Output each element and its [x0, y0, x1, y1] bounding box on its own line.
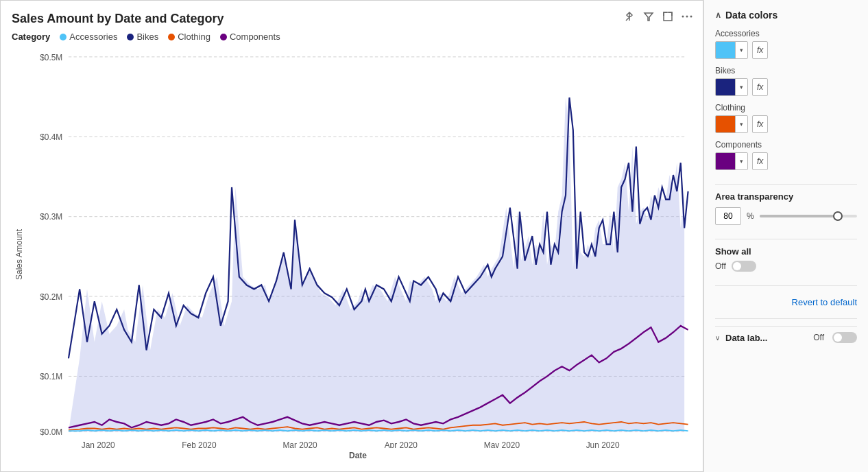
components-fx-button[interactable]: fx — [752, 152, 768, 170]
data-labels-toggle[interactable] — [832, 332, 857, 343]
accessories-dropdown-arrow: ▾ — [735, 41, 747, 59]
data-labels-state: Off — [813, 333, 824, 342]
legend-title: Category — [12, 32, 50, 42]
svg-text:$0.2M: $0.2M — [40, 292, 62, 302]
accessories-color-row: Accessories ▾ fx — [715, 29, 857, 59]
accessories-swatch — [716, 41, 735, 59]
data-colors-chevron: ∧ — [715, 10, 721, 20]
legend-item-bikes: Bikes — [127, 32, 158, 42]
bikes-legend-label: Bikes — [136, 32, 158, 42]
svg-point-6 — [690, 16, 692, 18]
svg-text:Feb 2020: Feb 2020 — [182, 440, 216, 448]
bikes-dropdown-arrow: ▾ — [735, 78, 747, 96]
bikes-swatch — [716, 78, 735, 96]
y-axis-label: Sales Amount — [12, 49, 24, 460]
divider-2 — [715, 239, 857, 239]
components-swatch — [716, 152, 735, 170]
area-transparency-label: Area transparency — [715, 191, 857, 202]
svg-text:Apr 2020: Apr 2020 — [385, 440, 418, 448]
svg-text:$0.0M: $0.0M — [40, 427, 62, 437]
legend-item-accessories: Accessories — [60, 32, 117, 42]
bikes-fx-button[interactable]: fx — [752, 78, 768, 96]
svg-text:Jun 2020: Jun 2020 — [586, 440, 620, 448]
transparency-slider-fill — [760, 215, 838, 217]
accessories-fx-button[interactable]: fx — [752, 41, 768, 59]
accessories-legend-label: Accessories — [69, 32, 117, 42]
x-axis-label: Date — [24, 448, 692, 460]
transparency-percent: % — [747, 211, 754, 221]
chart-title: Sales Amount by Date and Category — [12, 12, 692, 26]
svg-text:Mar 2020: Mar 2020 — [282, 440, 317, 448]
more-button[interactable] — [679, 9, 695, 24]
bikes-color-row: Bikes ▾ fx — [715, 66, 857, 96]
chart-inner: $0.5M $0.4M $0.3M $0.2M $0.1M $0.0M Jan … — [24, 49, 692, 460]
data-colors-title: Data colors — [725, 10, 777, 21]
expand-button[interactable] — [660, 9, 675, 24]
clothing-controls: ▾ fx — [715, 115, 857, 133]
bikes-color-picker[interactable]: ▾ — [715, 78, 748, 96]
svg-point-4 — [682, 16, 684, 18]
svg-text:$0.5M: $0.5M — [40, 52, 62, 62]
toggle-thumb — [733, 262, 741, 270]
area-transparency-section: Area transparency % — [715, 191, 857, 225]
right-panel: ∧ Data colors Accessories ▾ fx Bikes ▾ f… — [703, 0, 868, 472]
divider-4 — [715, 318, 857, 319]
clothing-legend-label: Clothing — [178, 32, 210, 42]
accessories-dot — [60, 34, 67, 40]
transparency-slider-track[interactable] — [760, 215, 857, 217]
svg-marker-2 — [644, 13, 653, 21]
toggle-row: Off — [715, 261, 857, 272]
clothing-dropdown-arrow: ▾ — [735, 115, 747, 133]
components-controls: ▾ fx — [715, 152, 857, 170]
legend-item-components: Components — [220, 32, 280, 42]
revert-button[interactable]: Revert to default — [715, 293, 857, 311]
clothing-swatch — [716, 115, 735, 133]
components-label: Components — [715, 140, 857, 150]
accessories-color-picker[interactable]: ▾ — [715, 41, 748, 59]
components-color-row: Components ▾ fx — [715, 140, 857, 170]
accessories-controls: ▾ fx — [715, 41, 857, 59]
svg-rect-3 — [664, 12, 672, 21]
divider-3 — [715, 285, 857, 286]
data-labels-toggle-thumb — [834, 333, 842, 342]
data-labels-row: ∨ Data lab... Off — [715, 326, 857, 343]
svg-text:Jan 2020: Jan 2020 — [82, 440, 115, 448]
data-labels-label: Data lab... — [725, 333, 808, 343]
components-dropdown-arrow: ▾ — [735, 152, 747, 170]
svg-text:$0.1M: $0.1M — [40, 372, 62, 382]
components-dot — [220, 34, 227, 40]
chart-panel: Sales Amount by Date and Category — [0, 0, 703, 472]
svg-text:May 2020: May 2020 — [484, 440, 520, 448]
transparency-slider-thumb[interactable] — [833, 211, 843, 221]
divider-1 — [715, 184, 857, 185]
svg-text:$0.4M: $0.4M — [40, 132, 62, 143]
svg-point-5 — [686, 16, 688, 18]
svg-text:$0.3M: $0.3M — [40, 212, 62, 222]
clothing-fx-button[interactable]: fx — [752, 115, 768, 133]
clothing-dot — [168, 34, 175, 40]
toggle-off-label: Off — [715, 261, 726, 271]
bikes-controls: ▾ fx — [715, 78, 857, 96]
show-all-section: Show all Off — [715, 246, 857, 272]
show-all-toggle[interactable] — [732, 261, 756, 272]
pin-button[interactable] — [622, 9, 637, 24]
transparency-controls: % — [715, 207, 857, 225]
chart-toolbar — [622, 9, 695, 24]
show-all-label: Show all — [715, 246, 857, 257]
data-colors-header[interactable]: ∧ Data colors — [715, 10, 857, 21]
filter-button[interactable] — [641, 9, 656, 24]
legend-item-clothing: Clothing — [168, 32, 210, 42]
clothing-color-picker[interactable]: ▾ — [715, 115, 748, 133]
bikes-label: Bikes — [715, 66, 857, 75]
chart-area: Sales Amount $0.5M $0.4M $0.3M $0.2M $0. — [12, 49, 692, 460]
bikes-dot — [127, 34, 134, 40]
transparency-input[interactable] — [715, 207, 741, 225]
clothing-label: Clothing — [715, 103, 857, 113]
components-legend-label: Components — [230, 32, 280, 42]
data-labels-chevron: ∨ — [715, 334, 720, 342]
accessories-label: Accessories — [715, 29, 857, 38]
chart-svg: $0.5M $0.4M $0.3M $0.2M $0.1M $0.0M Jan … — [24, 49, 692, 448]
chart-legend: Category Accessories Bikes Clothing Comp… — [12, 32, 692, 42]
components-color-picker[interactable]: ▾ — [715, 152, 748, 170]
clothing-color-row: Clothing ▾ fx — [715, 103, 857, 133]
